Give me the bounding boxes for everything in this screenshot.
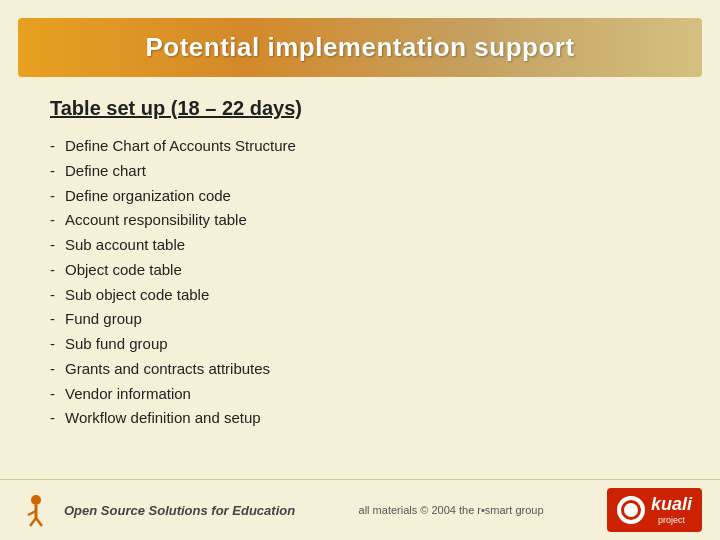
bullet-item: Define Chart of Accounts Structure <box>50 134 670 159</box>
bullet-item: Account responsibility table <box>50 208 670 233</box>
svg-line-4 <box>36 518 42 526</box>
kuali-logo-text: kuali project <box>651 494 692 526</box>
section-title: Table set up (18 – 22 days) <box>50 97 670 120</box>
bullet-item: Sub account table <box>50 233 670 258</box>
svg-line-3 <box>30 518 36 526</box>
svg-point-0 <box>31 495 41 505</box>
kuali-brand-name: kuali <box>651 494 692 515</box>
bullet-item: Sub fund group <box>50 332 670 357</box>
title-bar: Potential implementation support <box>18 18 702 77</box>
kuali-logo: kuali project <box>607 488 702 532</box>
bullet-list: Define Chart of Accounts StructureDefine… <box>50 134 670 431</box>
kuali-icon-inner <box>621 500 641 520</box>
slide-title: Potential implementation support <box>58 32 662 63</box>
bullet-item: Fund group <box>50 307 670 332</box>
bullet-item: Grants and contracts attributes <box>50 357 670 382</box>
footer-attribution: Open Source Solutions for Education <box>64 503 295 518</box>
footer: Open Source Solutions for Education all … <box>0 479 720 540</box>
bullet-item: Define chart <box>50 159 670 184</box>
slide-container: Potential implementation support Table s… <box>0 0 720 540</box>
bullet-item: Sub object code table <box>50 283 670 308</box>
content-area: Table set up (18 – 22 days) Define Chart… <box>0 77 720 479</box>
bullet-item: Define organization code <box>50 184 670 209</box>
bullet-item: Vendor information <box>50 382 670 407</box>
figure-icon <box>18 492 54 528</box>
footer-left: Open Source Solutions for Education <box>18 492 295 528</box>
kuali-brand-sub: project <box>651 515 692 526</box>
footer-tagline: all materials © 2004 the r•smart group <box>295 504 607 516</box>
bullet-item: Object code table <box>50 258 670 283</box>
kuali-icon <box>617 496 645 524</box>
bullet-item: Workflow definition and setup <box>50 406 670 431</box>
